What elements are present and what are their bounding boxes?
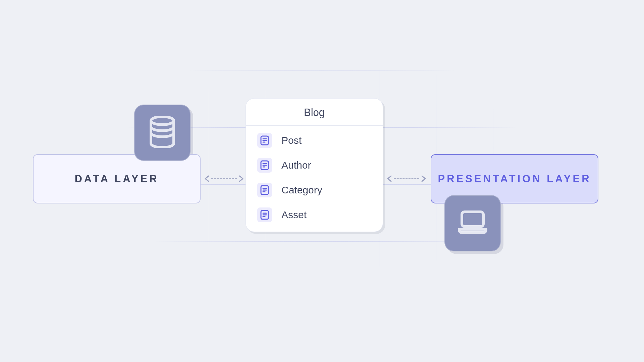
- item-label: Author: [281, 160, 311, 171]
- svg-rect-17: [462, 212, 483, 227]
- arrow-left-icon: [204, 175, 210, 183]
- data-layer-box: DATA LAYER: [33, 154, 201, 203]
- content-type-post: Post: [257, 133, 371, 148]
- arrow-left-icon: [386, 175, 392, 183]
- connector-right: [386, 175, 427, 182]
- item-label: Post: [281, 135, 302, 146]
- content-type-author: Author: [257, 158, 371, 173]
- presentation-layer-label: PRESENTATION LAYER: [438, 173, 591, 185]
- item-label: Asset: [281, 209, 307, 221]
- svg-point-0: [151, 117, 174, 125]
- content-type-asset: Asset: [257, 207, 371, 222]
- data-layer-label: DATA LAYER: [74, 173, 159, 185]
- document-icon: [257, 133, 272, 148]
- architecture-diagram: DATA LAYER Blog: [0, 0, 644, 362]
- document-icon: [257, 183, 272, 197]
- database-icon: [148, 116, 176, 149]
- card-items: Post Author: [246, 126, 383, 222]
- data-layer-icon-tile: [134, 105, 191, 161]
- card-title: Blog: [246, 99, 383, 126]
- item-label: Category: [281, 184, 322, 196]
- arrow-right-icon: [238, 175, 244, 183]
- arrow-right-icon: [421, 175, 427, 183]
- presentation-layer-icon-tile: [444, 195, 501, 251]
- connector-left: [204, 175, 244, 182]
- content-model-card: Blog Post: [246, 98, 383, 232]
- document-icon: [257, 158, 272, 173]
- content-type-category: Category: [257, 183, 371, 197]
- laptop-icon: [457, 209, 489, 237]
- document-icon: [257, 207, 272, 222]
